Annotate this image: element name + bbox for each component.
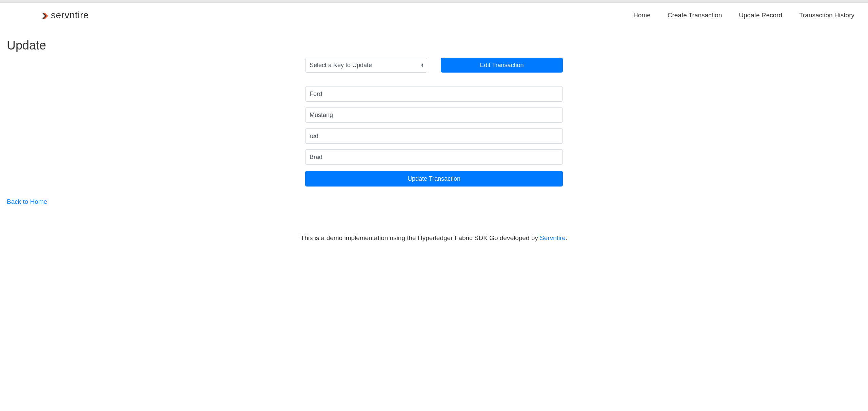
form-area: Select a Key to Update ▲▼ Edit Transacti…: [305, 56, 563, 187]
footer-text: This is a demo implementation using the …: [7, 234, 861, 242]
nav-transaction-history[interactable]: Transaction History: [799, 12, 854, 19]
select-wrapper: Select a Key to Update ▲▼: [305, 58, 427, 73]
navbar: servntire Home Create Transaction Update…: [0, 3, 868, 28]
top-browser-bar: [0, 0, 868, 3]
edit-transaction-button[interactable]: Edit Transaction: [441, 58, 563, 73]
make-field[interactable]: [305, 86, 563, 102]
page-title: Update: [7, 38, 861, 53]
logo-icon: [41, 9, 50, 21]
color-field[interactable]: [305, 128, 563, 144]
footer-servntire-link[interactable]: Servntire: [540, 234, 566, 241]
form-top-row: Select a Key to Update ▲▼ Edit Transacti…: [305, 58, 563, 73]
nav-home[interactable]: Home: [633, 12, 651, 19]
logo[interactable]: servntire: [41, 9, 89, 21]
owner-field[interactable]: [305, 149, 563, 165]
model-field[interactable]: [305, 107, 563, 123]
back-to-home-link[interactable]: Back to Home: [7, 198, 47, 206]
key-select[interactable]: Select a Key to Update: [305, 58, 427, 73]
footer-text-before: This is a demo implementation using the …: [301, 234, 540, 241]
footer-text-after: .: [566, 234, 567, 241]
nav-links: Home Create Transaction Update Record Tr…: [633, 12, 854, 19]
nav-create-transaction[interactable]: Create Transaction: [668, 12, 722, 19]
nav-update-record[interactable]: Update Record: [739, 12, 782, 19]
update-transaction-button[interactable]: Update Transaction: [305, 171, 563, 187]
logo-text: servntire: [51, 10, 89, 21]
main-container: Update Select a Key to Update ▲▼ Edit Tr…: [0, 28, 868, 242]
